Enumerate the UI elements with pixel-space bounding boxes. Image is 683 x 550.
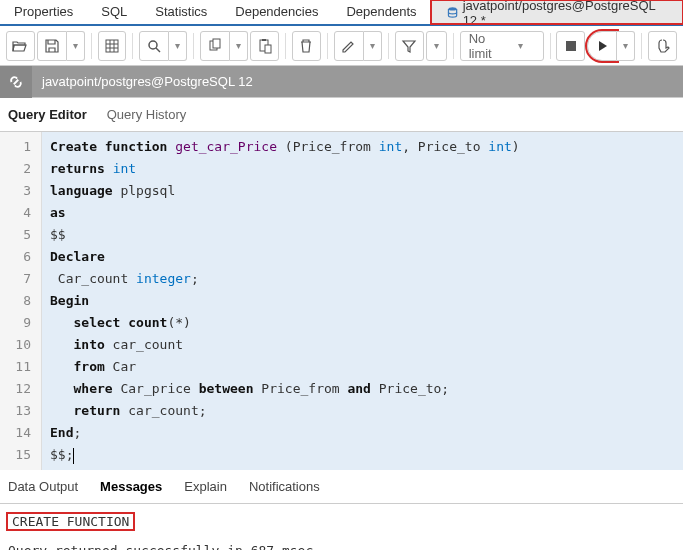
chevron-down-icon: ▾ <box>73 40 78 51</box>
filter-dropdown[interactable]: ▾ <box>426 31 447 61</box>
tab-sql[interactable]: SQL <box>87 0 141 24</box>
tab-messages[interactable]: Messages <box>100 479 162 494</box>
line-number: 10 <box>0 334 31 356</box>
copy-dropdown[interactable]: ▾ <box>230 31 248 61</box>
line-number: 6 <box>0 246 31 268</box>
code-content[interactable]: Create function get_car_Price (Price_fro… <box>42 132 683 470</box>
execute-dropdown[interactable]: ▾ <box>617 31 635 61</box>
line-number: 4 <box>0 202 31 224</box>
tab-query-editor[interactable]: Query Editor <box>8 107 87 122</box>
edit-button[interactable] <box>334 31 364 61</box>
top-tab-bar: Properties SQL Statistics Dependencies D… <box>0 0 683 26</box>
line-number: 11 <box>0 356 31 378</box>
svg-rect-12 <box>265 45 271 53</box>
paste-icon <box>257 38 273 54</box>
output-tab-bar: Data Output Messages Explain Notificatio… <box>0 470 683 504</box>
tab-query-history[interactable]: Query History <box>107 107 186 122</box>
line-number: 13 <box>0 400 31 422</box>
svg-point-0 <box>448 7 456 10</box>
database-icon <box>446 6 459 20</box>
search-dropdown[interactable]: ▾ <box>169 31 187 61</box>
code-editor[interactable]: 123456789101112131415 Create function ge… <box>0 132 683 470</box>
tab-notifications[interactable]: Notifications <box>249 479 320 494</box>
search-button[interactable] <box>139 31 169 61</box>
line-number: 14 <box>0 422 31 444</box>
code-line[interactable]: Create function get_car_Price (Price_fro… <box>50 136 675 158</box>
code-line[interactable]: select count(*) <box>50 312 675 334</box>
code-line[interactable]: as <box>50 202 675 224</box>
paste-button[interactable] <box>250 31 279 61</box>
connection-bar: javatpoint/postgres@PostgreSQL 12 <box>0 66 683 98</box>
svg-rect-1 <box>106 40 118 52</box>
line-number: 9 <box>0 312 31 334</box>
line-number: 5 <box>0 224 31 246</box>
code-line[interactable]: Begin <box>50 290 675 312</box>
tab-query-tool[interactable]: javatpoint/postgres@PostgreSQL 12 * <box>431 0 683 24</box>
open-file-button[interactable] <box>6 31 35 61</box>
messages-panel: CREATE FUNCTION Query returned successfu… <box>0 504 683 550</box>
message-result: CREATE FUNCTION <box>8 514 133 529</box>
copy-icon <box>207 38 223 54</box>
limit-select[interactable]: No limit ▾ <box>460 31 544 61</box>
tab-data-output[interactable]: Data Output <box>8 479 78 494</box>
chevron-down-icon: ▾ <box>623 40 628 51</box>
chevron-down-icon: ▾ <box>175 40 180 51</box>
line-number: 12 <box>0 378 31 400</box>
execute-button[interactable] <box>587 31 617 61</box>
code-line[interactable]: $$ <box>50 224 675 246</box>
line-number: 15 <box>0 444 31 466</box>
chevron-down-icon: ▾ <box>236 40 241 51</box>
connection-label[interactable]: javatpoint/postgres@PostgreSQL 12 <box>32 66 683 97</box>
code-line[interactable]: from Car <box>50 356 675 378</box>
save-button[interactable] <box>37 31 67 61</box>
code-line[interactable]: into car_count <box>50 334 675 356</box>
svg-line-7 <box>156 48 160 52</box>
link-icon <box>7 73 25 91</box>
chevron-down-icon: ▾ <box>370 40 375 51</box>
save-dropdown[interactable]: ▾ <box>67 31 85 61</box>
tab-statistics[interactable]: Statistics <box>141 0 221 24</box>
copy-button[interactable] <box>200 31 230 61</box>
line-number: 8 <box>0 290 31 312</box>
grid-icon <box>104 38 120 54</box>
tab-properties[interactable]: Properties <box>0 0 87 24</box>
line-number: 7 <box>0 268 31 290</box>
hand-icon <box>655 38 671 54</box>
code-line[interactable]: Declare <box>50 246 675 268</box>
chevron-down-icon: ▾ <box>518 40 523 51</box>
edit-dropdown[interactable]: ▾ <box>364 31 382 61</box>
play-icon <box>595 39 609 53</box>
tab-dependents[interactable]: Dependents <box>332 0 430 24</box>
find-button[interactable] <box>98 31 127 61</box>
code-line[interactable]: End; <box>50 422 675 444</box>
code-line[interactable]: where Car_price between Price_from and P… <box>50 378 675 400</box>
tab-explain[interactable]: Explain <box>184 479 227 494</box>
editor-tab-bar: Query Editor Query History <box>0 98 683 132</box>
stop-button[interactable] <box>556 31 585 61</box>
search-icon <box>146 38 162 54</box>
code-line[interactable]: language plpgsql <box>50 180 675 202</box>
delete-button[interactable] <box>292 31 321 61</box>
code-line[interactable]: return car_count; <box>50 400 675 422</box>
svg-rect-11 <box>262 39 266 41</box>
tab-dependencies[interactable]: Dependencies <box>221 0 332 24</box>
line-number: 1 <box>0 136 31 158</box>
chevron-down-icon: ▾ <box>434 40 439 51</box>
explain-button[interactable] <box>648 31 677 61</box>
line-number: 2 <box>0 158 31 180</box>
connection-icon-button[interactable] <box>0 66 32 98</box>
filter-icon <box>401 38 417 54</box>
code-line[interactable]: returns int <box>50 158 675 180</box>
code-line[interactable]: Car_count integer; <box>50 268 675 290</box>
message-status: Query returned successfully in 687 msec. <box>8 543 675 550</box>
tab-query-tool-label: javatpoint/postgres@PostgreSQL 12 * <box>463 0 668 28</box>
stop-icon <box>564 39 578 53</box>
svg-point-6 <box>149 41 157 49</box>
svg-rect-9 <box>213 39 220 48</box>
text-caret <box>73 448 74 464</box>
filter-button[interactable] <box>395 31 424 61</box>
svg-rect-13 <box>566 41 576 51</box>
code-line[interactable]: $$; <box>50 444 675 466</box>
trash-icon <box>298 38 314 54</box>
pencil-icon <box>341 38 357 54</box>
